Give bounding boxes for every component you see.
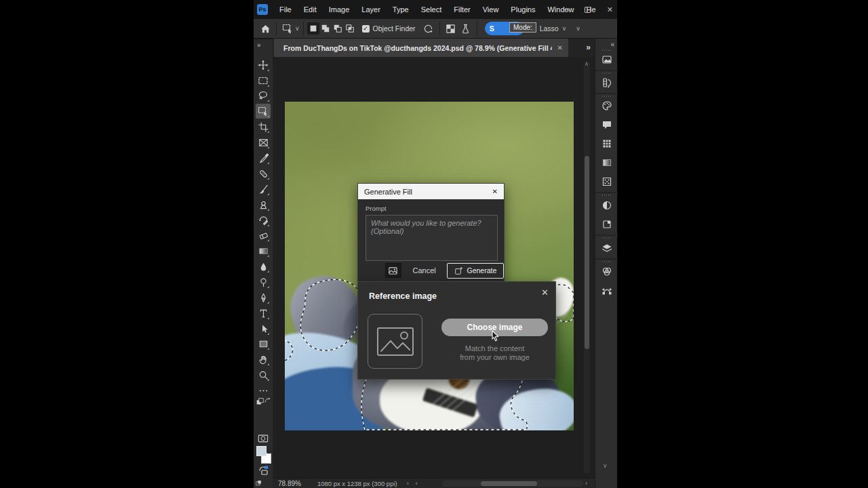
menu-item[interactable]: View	[477, 0, 505, 19]
foreground-color-swatch[interactable]	[256, 446, 267, 456]
menu-item[interactable]: Layer	[355, 0, 387, 19]
subtract-from-selection-mode-button[interactable]	[332, 22, 344, 35]
reference-image-placeholder[interactable]	[368, 314, 422, 369]
new-selection-mode-button[interactable]	[307, 22, 319, 35]
document-tab[interactable]: From DucThangDs on TikTok @ducthangds 20…	[274, 39, 568, 57]
brush-tool[interactable]	[256, 182, 271, 197]
panel-history-icon[interactable]	[600, 76, 614, 89]
panel-gradients-icon[interactable]	[600, 156, 614, 169]
quick-mask-button[interactable]	[256, 431, 271, 446]
cancel-button[interactable]: Cancel	[413, 266, 436, 274]
close-window-icon[interactable]: ✕	[607, 5, 613, 14]
pen-tool[interactable]	[256, 290, 271, 305]
panel-channels-icon[interactable]	[600, 265, 614, 279]
frame-tool[interactable]	[256, 135, 271, 150]
panel-swatches-icon[interactable]	[600, 137, 614, 150]
rectangle-tool[interactable]	[256, 336, 271, 351]
panel-scroll-down-icon[interactable]: ∨	[603, 462, 608, 469]
options-overflow-chevron-icon[interactable]: ∨	[576, 25, 580, 32]
panel-separator	[595, 235, 618, 236]
blur-tool[interactable]	[256, 259, 271, 274]
horizontal-scrollbar[interactable]	[442, 481, 583, 487]
home-icon[interactable]	[258, 21, 273, 36]
menu-item[interactable]: Edit	[298, 0, 323, 19]
generative-fill-close-icon[interactable]: ✕	[486, 188, 504, 195]
generate-button-label: Generate	[467, 266, 497, 274]
status-chevron-icon[interactable]: ›	[407, 480, 409, 487]
panel-comments-icon[interactable]	[600, 118, 614, 131]
move-tool[interactable]	[256, 58, 271, 73]
hand-tool[interactable]	[256, 352, 271, 367]
panel-grip	[602, 49, 611, 51]
history-brush-tool[interactable]	[256, 213, 271, 228]
menu-item[interactable]: Image	[323, 0, 356, 19]
panel-layers-icon[interactable]	[600, 241, 614, 255]
object-finder-checkbox[interactable]: ✓	[362, 25, 370, 33]
options-bar: ∨ ✓ Object Finder	[254, 19, 617, 39]
intersect-selection-mode-button[interactable]	[344, 22, 356, 35]
document-tab-title: From DucThangDs on TikTok @ducthangds 20…	[274, 44, 552, 52]
panel-separator	[595, 70, 618, 71]
gradient-tool[interactable]	[256, 243, 271, 258]
vertical-scrollbar[interactable]: ∧	[584, 61, 590, 473]
swap-colors-icon[interactable]	[262, 396, 272, 405]
menu-item[interactable]: Plugins	[505, 0, 541, 19]
horizontal-scrollbar-thumb[interactable]	[481, 481, 537, 486]
preview-checker-icon[interactable]	[443, 21, 458, 36]
scroll-up-icon[interactable]: ∧	[585, 61, 589, 67]
panel-dock: «	[595, 39, 617, 488]
panel-patterns-icon[interactable]	[600, 175, 614, 188]
separator	[303, 22, 304, 35]
crop-tool[interactable]	[256, 119, 271, 134]
canvas-workspace[interactable]: Generative Fill ✕ Prompt Cancel Generate	[273, 57, 595, 478]
type-tool[interactable]	[256, 306, 271, 321]
path-selection-tool[interactable]	[256, 321, 271, 336]
panel-paths-icon[interactable]	[600, 284, 614, 298]
panel-grip	[602, 96, 611, 97]
panel-properties-icon[interactable]	[600, 218, 614, 231]
clone-stamp-tool[interactable]	[256, 197, 271, 212]
prompt-input[interactable]	[366, 215, 498, 261]
lasso-tool[interactable]	[256, 88, 271, 103]
dodge-tool[interactable]	[256, 274, 271, 289]
tech-preview-flask-icon[interactable]	[458, 21, 473, 36]
rectangular-marquee-tool[interactable]	[256, 73, 271, 88]
vertical-scrollbar-thumb[interactable]	[585, 156, 589, 349]
object-selection-tool[interactable]	[256, 104, 271, 119]
tab-overflow-icon[interactable]: »	[586, 43, 589, 52]
panel-separator	[595, 93, 618, 94]
panel-adjustments-icon[interactable]	[600, 199, 614, 212]
tab-close-icon[interactable]: ✕	[552, 44, 568, 52]
zoom-level[interactable]: 78.89%	[278, 480, 301, 487]
hscroll-right-icon[interactable]: ›	[585, 480, 587, 487]
panel-color-icon[interactable]	[600, 99, 614, 113]
reference-image-button[interactable]	[385, 263, 401, 278]
prompt-label: Prompt	[366, 205, 504, 212]
object-selection-tool-preset-icon[interactable]	[280, 21, 295, 36]
refresh-icon[interactable]	[421, 21, 436, 36]
panel-collapse-icon[interactable]: «	[610, 41, 613, 48]
generative-fill-dialog: Generative Fill ✕ Prompt Cancel Generate	[357, 183, 505, 283]
menu-list: FileEditImageLayerTypeSelectFilterViewPl…	[273, 0, 602, 19]
menu-item[interactable]: Select	[415, 0, 448, 19]
menu-item[interactable]: File	[273, 0, 298, 19]
minimize-button-icon[interactable]: –	[564, 5, 568, 14]
tool-preset-chevron-icon[interactable]: ∨	[295, 25, 300, 32]
letterbox-left	[0, 0, 254, 488]
healing-brush-tool[interactable]	[256, 166, 271, 181]
eyedropper-tool[interactable]	[256, 150, 271, 165]
menu-item[interactable]: Filter	[448, 0, 476, 19]
hscroll-left-icon[interactable]: ‹	[416, 480, 418, 487]
panel-libraries-icon[interactable]	[600, 53, 614, 66]
eraser-tool[interactable]	[256, 228, 271, 243]
generative-fill-titlebar[interactable]: Generative Fill ✕	[358, 184, 504, 199]
panel-grip	[602, 261, 611, 262]
menu-item[interactable]: Type	[387, 0, 415, 19]
choose-image-button[interactable]: Choose image	[441, 319, 548, 336]
zoom-tool[interactable]	[256, 367, 271, 382]
reference-image-close-icon[interactable]: ✕	[541, 287, 549, 298]
add-to-selection-mode-button[interactable]	[319, 22, 332, 35]
generate-button[interactable]: Generate	[447, 263, 504, 279]
maximize-button-icon[interactable]	[585, 7, 591, 13]
toolbar-expand-icon[interactable]: »	[257, 41, 260, 49]
